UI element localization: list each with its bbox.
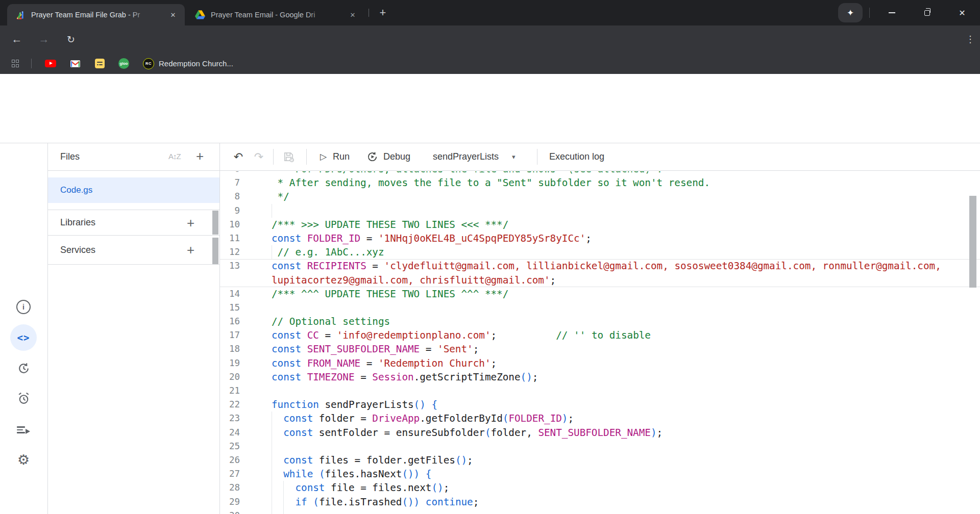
line-number[interactable]: 29 [220,495,240,509]
tab-close-icon[interactable]: ✕ [166,8,180,21]
settings-gear-icon[interactable]: ⚙ [10,447,37,473]
code-line-8[interactable]: 8 */ [220,190,980,203]
code-line-30[interactable]: 30 [220,509,980,514]
line-number[interactable]: 24 [220,426,240,440]
apps-grid-icon[interactable] [9,53,21,74]
code-text[interactable]: const file = files.next(); [272,481,449,495]
code-viewport[interactable]: 6 * For PDFs/others, attaches the file a… [220,171,980,514]
code-line-16[interactable]: 16// Optional settings [220,315,980,328]
code-text[interactable]: while (files.hasNext()) { [272,467,431,481]
code-line-7[interactable]: 7 * After sending, moves the file to a "… [220,176,980,190]
line-number[interactable]: 13 [220,259,240,273]
line-number[interactable]: 22 [220,398,240,412]
services-section[interactable]: Services + [48,236,219,265]
code-text[interactable]: const TIMEZONE = Session.getScriptTimeZo… [272,370,538,384]
add-service-icon[interactable]: + [187,242,194,258]
line-number[interactable]: 25 [220,440,240,453]
window-restore-button[interactable] [913,0,941,25]
code-line-26[interactable]: 26 const files = folder.getFiles(); [220,453,980,467]
line-number[interactable]: 19 [220,356,240,370]
triggers-icon[interactable] [10,385,37,412]
panel-scrollbar-thumb[interactable] [212,238,218,264]
code-text[interactable]: const sentFolder = ensureSubfolder(folde… [272,426,663,440]
code-line-25[interactable]: 25 [220,440,980,453]
line-number[interactable]: 15 [220,301,240,315]
code-line-27[interactable]: 27 while (files.hasNext()) { [220,467,980,481]
code-text[interactable]: const SENT_SUBFOLDER_NAME = 'Sent'; [272,342,479,356]
redo-button[interactable]: ↷ [251,143,267,170]
tab-close-icon[interactable]: ✕ [346,8,359,21]
code-text[interactable]: * After sending, moves the file to a "Se… [272,176,710,190]
code-text[interactable]: const FROM_NAME = 'Redemption Church'; [272,356,497,370]
editor-icon[interactable]: <> [10,324,37,351]
code-text[interactable]: * For PDFs/others, attaches the file and… [272,171,663,176]
code-line-14[interactable]: 14/*** ^^^ UPDATE THESE TWO LINES ^^^ **… [220,287,980,301]
line-number[interactable]: 23 [220,412,240,425]
code-text[interactable]: function sendPrayerLists() { [272,398,437,412]
code-line-12[interactable]: 12 // e.g. 1AbC...xyz [220,245,980,259]
code-text[interactable]: /*** >>> UPDATE THESE TWO LINES <<< ***/ [272,218,508,232]
code-text[interactable]: const CC = 'info@redemptionplano.com'; /… [272,328,651,342]
line-number[interactable]: 6 [220,171,240,176]
code-text[interactable]: // e.g. 1AbC...xyz [272,245,384,259]
line-number[interactable]: 26 [220,453,240,467]
reload-button[interactable]: ↻ [61,25,81,53]
line-number[interactable]: 17 [220,328,240,342]
forward-button[interactable]: → [34,25,54,53]
tab-google-drive[interactable]: Prayer Team Email - Google Dri ✕ [187,4,364,25]
code-line-11[interactable]: 11const FOLDER_ID = '1NHqj0oKEL4B_uC4Spq… [220,232,980,245]
undo-button[interactable]: ↶ [230,143,247,170]
file-item-codegs[interactable]: Code.gs [48,177,219,203]
code-text[interactable]: const FOLDER_ID = '1NHqj0oKEL4B_uC4SpqPE… [272,232,592,245]
bookmark-gloo-icon[interactable]: gloo [118,53,129,74]
code-line-22[interactable]: 22function sendPrayerLists() { [220,398,980,412]
new-tab-button[interactable]: + [375,5,391,21]
code-line-6[interactable]: 6 * For PDFs/others, attaches the file a… [220,171,980,176]
bookmark-redemption-church[interactable]: RC Redemption Church... [143,53,233,74]
code-line-29[interactable]: 29 if (file.isTrashed()) continue; [220,495,980,509]
code-line-24[interactable]: 24 const sentFolder = ensureSubfolder(fo… [220,426,980,440]
code-line-13[interactable]: 13const RECIPIENTS = 'clydefluitt@gmail.… [220,259,980,273]
bookmark-gmail-icon[interactable] [70,53,80,74]
line-number[interactable]: 12 [220,245,240,259]
tab-apps-script[interactable]: Prayer Team Email File Grab - Pr ✕ [7,4,185,25]
project-history-icon[interactable] [10,355,37,381]
libraries-section[interactable]: Libraries + [48,210,219,236]
debug-button[interactable]: Debug [367,143,410,170]
sort-files-icon[interactable]: A↕Z [168,152,181,161]
code-line-wrap[interactable]: lupitacortez9@gmail.com, chrisfluitt@gma… [220,273,980,287]
code-line-10[interactable]: 10/*** >>> UPDATE THESE TWO LINES <<< **… [220,218,980,232]
bookmark-youtube-icon[interactable] [45,53,56,74]
code-text[interactable]: */ [272,190,289,203]
line-number[interactable]: 20 [220,370,240,384]
code-line-19[interactable]: 19const FROM_NAME = 'Redemption Church'; [220,356,980,370]
overview-icon[interactable]: i [10,294,37,320]
line-number[interactable]: 21 [220,384,240,398]
line-number[interactable]: 28 [220,481,240,495]
line-number[interactable]: 18 [220,342,240,356]
gemini-icon[interactable]: ✦ [838,3,863,22]
code-text[interactable]: if (file.isTrashed()) continue; [272,495,479,509]
window-close-button[interactable]: ✕ [948,0,976,25]
code-text[interactable]: lupitacortez9@gmail.com, chrisfluitt@gma… [272,273,556,287]
code-text[interactable]: const files = folder.getFiles(); [272,453,473,467]
back-button[interactable]: ← [7,25,27,53]
code-line-21[interactable]: 21 [220,384,980,398]
line-number[interactable]: 11 [220,232,240,245]
panel-scrollbar-thumb[interactable] [212,211,218,235]
code-line-20[interactable]: 20const TIMEZONE = Session.getScriptTime… [220,370,980,384]
add-file-icon[interactable]: + [196,148,204,164]
line-number[interactable]: 7 [220,176,240,190]
executions-icon[interactable] [10,417,37,443]
code-text[interactable]: const RECIPIENTS = 'clydefluitt@gmail.co… [272,259,941,273]
run-button[interactable]: ▷ Run [320,143,350,170]
line-number[interactable]: 30 [220,509,240,514]
code-line-28[interactable]: 28 const file = files.next(); [220,481,980,495]
code-line-17[interactable]: 17const CC = 'info@redemptionplano.com';… [220,328,980,342]
code-text[interactable]: const folder = DriveApp.getFolderById(FO… [272,412,574,425]
code-line-23[interactable]: 23 const folder = DriveApp.getFolderById… [220,412,980,425]
code-text[interactable]: /*** ^^^ UPDATE THESE TWO LINES ^^^ ***/ [272,287,508,301]
save-icon[interactable] [280,143,297,170]
code-text[interactable]: // Optional settings [272,315,390,328]
execution-log-button[interactable]: Execution log [549,143,604,170]
